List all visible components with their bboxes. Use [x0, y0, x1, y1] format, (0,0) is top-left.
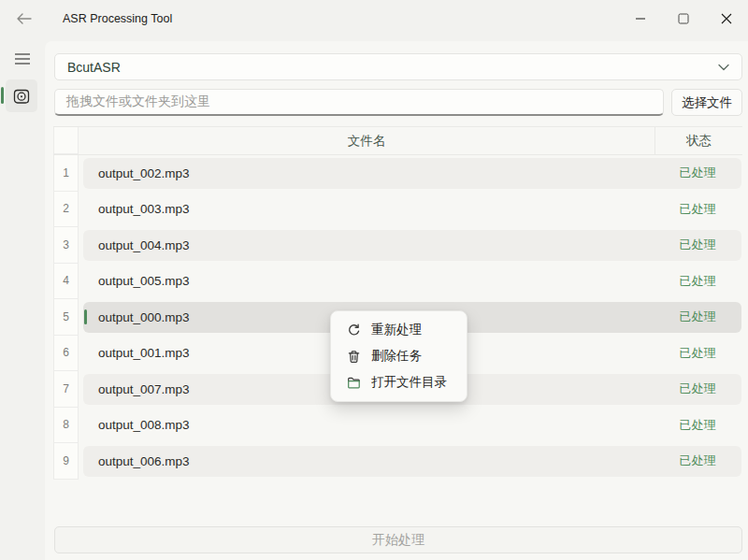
file-drop-placeholder: 拖拽文件或文件夹到这里 [66, 93, 210, 110]
row-filename: output_005.mp3 [83, 274, 654, 288]
row-status-badge: 已处理 [654, 201, 741, 218]
table-row[interactable]: 4 output_005.mp3 已处理 [53, 264, 742, 300]
file-table: 文件名 状态 1 output_002.mp3 已处理 2 output_003… [53, 126, 742, 480]
menu-item-label: 重新处理 [371, 322, 422, 338]
trash-icon [346, 349, 361, 364]
select-file-button[interactable]: 选择文件 [671, 89, 742, 116]
menu-item-delete[interactable]: 删除任务 [335, 343, 463, 369]
table-row[interactable]: 1 output_002.mp3 已处理 [53, 155, 742, 192]
record-icon [12, 87, 31, 106]
row-number: 7 [53, 371, 79, 408]
menu-item-label: 打开文件目录 [371, 374, 447, 391]
close-button[interactable] [705, 0, 748, 37]
hamburger-icon [15, 53, 30, 65]
row-status-badge: 已处理 [654, 345, 741, 362]
chevron-down-icon [718, 64, 729, 71]
row-number: 6 [53, 336, 79, 372]
row-selected-indicator [84, 309, 87, 324]
table-row[interactable]: 8 output_008.mp3 已处理 [53, 408, 742, 444]
row-filename: output_002.mp3 [83, 166, 654, 180]
app-window: { "window": { "title": "ASR Processing T… [0, 0, 748, 560]
engine-select-value: BcutASR [67, 60, 718, 75]
row-filename: output_008.mp3 [83, 418, 654, 432]
row-status-badge: 已处理 [654, 381, 741, 397]
engine-select-dropdown[interactable]: BcutASR [54, 53, 742, 80]
page-title: ASR Processing Tool [63, 12, 172, 25]
row-status-badge: 已处理 [654, 165, 741, 181]
row-filename: output_004.mp3 [83, 238, 654, 252]
table-row[interactable]: 2 output_003.mp3 已处理 [53, 192, 742, 228]
row-number: 3 [53, 227, 79, 264]
titlebar: ASR Processing Tool [0, 0, 748, 37]
menu-item-open-folder[interactable]: 打开文件目录 [335, 369, 463, 395]
refresh-icon [346, 323, 361, 337]
back-arrow-icon [16, 12, 33, 25]
maximize-button[interactable] [662, 0, 705, 37]
row-status-badge: 已处理 [654, 237, 741, 253]
main-content: BcutASR 拖拽文件或文件夹到这里 选择文件 文件名 状态 1 output… [45, 41, 748, 560]
row-filename: output_006.mp3 [83, 454, 654, 468]
column-header-filename: 文件名 [79, 127, 654, 154]
close-icon [721, 13, 732, 24]
row-number: 8 [53, 408, 79, 444]
start-processing-button[interactable]: 开始处理 [54, 526, 742, 553]
row-status-badge: 已处理 [654, 417, 741, 434]
row-number: 9 [53, 443, 79, 480]
row-number: 5 [53, 299, 79, 336]
row-status-badge: 已处理 [654, 273, 741, 290]
row-number: 2 [53, 192, 79, 228]
minimize-icon [635, 13, 646, 24]
sidebar-item-asr[interactable] [6, 79, 37, 112]
table-row[interactable]: 9 output_006.mp3 已处理 [53, 443, 742, 480]
column-header-status: 状态 [654, 127, 742, 154]
menu-item-label: 删除任务 [371, 348, 422, 365]
menu-item-reprocess[interactable]: 重新处理 [335, 317, 463, 343]
file-drop-input[interactable]: 拖拽文件或文件夹到这里 [54, 89, 664, 116]
minimize-button[interactable] [619, 0, 662, 37]
context-menu: 重新处理 删除任务 打开文件目录 [330, 310, 468, 402]
nav-selection-indicator [1, 87, 4, 104]
nav-menu-button[interactable] [7, 46, 37, 72]
header-number-cell [53, 127, 79, 154]
window-controls [619, 0, 748, 37]
table-row[interactable]: 3 output_004.mp3 已处理 [53, 227, 742, 264]
row-status-badge: 已处理 [654, 452, 741, 469]
row-number: 1 [53, 155, 79, 192]
table-header: 文件名 状态 [53, 126, 742, 155]
row-status-badge: 已处理 [654, 309, 741, 325]
row-filename: output_003.mp3 [83, 202, 654, 216]
row-number: 4 [53, 264, 79, 300]
open-folder-icon [346, 375, 361, 390]
back-button[interactable] [9, 7, 39, 31]
maximize-icon [678, 13, 689, 24]
